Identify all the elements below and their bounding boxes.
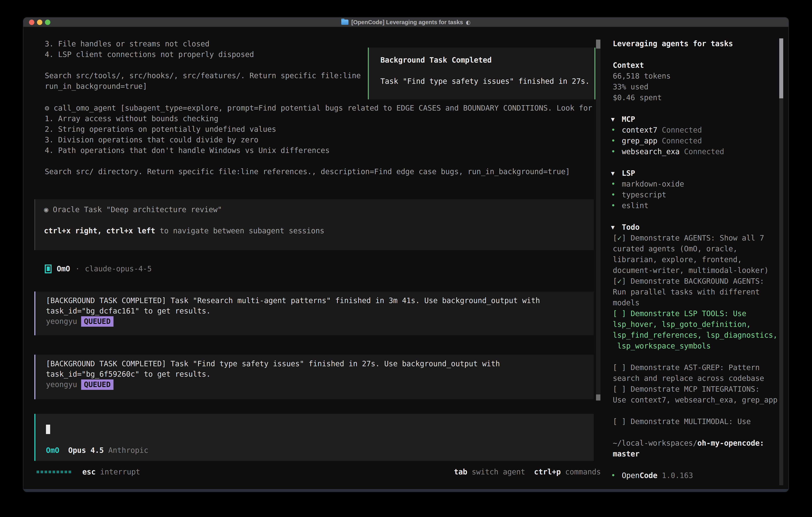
lsp-item: •typescript <box>608 190 786 200</box>
todo-item-line: models <box>608 298 786 308</box>
todo-item-line: [ ] Demonstrate AST-GREP: Pattern <box>608 362 786 373</box>
mcp-item: •websearch_exa Connected <box>608 146 786 157</box>
context-tokens: 66,518 tokens <box>608 71 786 82</box>
context-heading: Context <box>608 60 786 71</box>
chevron-down-icon: ▼ <box>609 168 622 179</box>
zoom-button[interactable] <box>45 20 50 25</box>
version-row: •OpenCode 1.0.163 <box>608 470 786 481</box>
app-window: [OpenCode] Leveraging agents for tasks ◐… <box>23 17 789 492</box>
tool-call-block: ⚙ call_omo_agent [subagent_type=explore,… <box>45 103 595 177</box>
lsp-item-name: typescript <box>622 190 666 200</box>
mcp-item-status: Connected <box>680 146 724 157</box>
mcp-item-status: Connected <box>657 136 702 146</box>
todo-text: Demonstrate AST-GREP: Pattern <box>631 363 760 372</box>
tool-call-line: 2. String operations on potentially unde… <box>45 124 595 135</box>
todo-item-line: lsp_workspace_symbols <box>608 341 786 351</box>
tool-call-line: 3. Division operations that could divide… <box>45 135 595 145</box>
app-name: Open <box>622 470 640 481</box>
bullet-icon: • <box>609 179 622 190</box>
workspace-repo: oh-my-opencode: <box>697 439 764 447</box>
scrollbar-thumb[interactable] <box>779 38 783 98</box>
bullet-icon: • <box>609 125 622 136</box>
todo-item: [ ] Demonstrate AST-GREP: Pattern search… <box>608 362 786 384</box>
input-model-name: Opus 4.5 <box>68 446 104 455</box>
input-agent-name: OmO <box>46 446 59 455</box>
message-meta: yeongyuQUEUED <box>46 316 594 327</box>
chevron-down-icon: ▼ <box>609 222 622 233</box>
text-cursor <box>46 425 50 434</box>
mcp-item-name: context7 <box>622 125 657 136</box>
status-bar: esc interrupt tab switch agent ctrl+p co… <box>36 467 601 477</box>
scrollbar-thumb[interactable] <box>596 394 601 401</box>
minimize-button[interactable] <box>37 20 42 25</box>
oracle-hint-keys: ctrl+x right, ctrl+x left <box>44 226 155 235</box>
status-right: tab switch agent ctrl+p commands <box>454 468 601 476</box>
traffic-lights <box>29 18 50 27</box>
gear-icon: ⚙ <box>45 104 49 112</box>
input-provider-name: Anthropic <box>108 446 148 455</box>
todo-item: [ ] Demonstrate MULTIMODAL: Use <box>608 416 786 427</box>
todo-item-line: document-writer, multimodal-looker) <box>608 265 786 276</box>
tab-key-hint: tab <box>454 468 467 476</box>
agent-model: claude-opus-4-5 <box>85 265 152 273</box>
todo-heading: Todo <box>622 222 640 233</box>
tool-call-line: 4. Path operations that don't handle Win… <box>45 145 595 156</box>
sidebar: Leveraging agents for tasks Context 66,5… <box>608 27 786 489</box>
mcp-item-name: websearch_exa <box>622 146 680 157</box>
titlebar[interactable]: [OpenCode] Leveraging agents for tasks ◐ <box>23 18 788 27</box>
tool-call-line <box>45 156 595 166</box>
model-row: OmO Opus 4.5 Anthropic <box>46 445 148 456</box>
todo-item-line: [ ] Demonstrate MCP INTEGRATIONS: <box>608 384 786 394</box>
todo-section-header[interactable]: ▼Todo <box>608 222 786 233</box>
lsp-item-name: eslint <box>622 200 648 211</box>
mcp-item: •grep_app Connected <box>608 136 786 146</box>
empty-checkbox <box>617 385 621 393</box>
agent-name: OmO <box>57 265 70 273</box>
oracle-task-box: ◉ Oracle Task "Deep architecture review"… <box>34 199 594 250</box>
activity-dots <box>36 471 71 473</box>
lsp-item: •markdown-oxide <box>608 179 786 190</box>
sidebar-scrollbar[interactable] <box>779 38 783 485</box>
checkmark-icon: ✓ <box>617 277 621 285</box>
oracle-title-line: ◉ Oracle Task "Deep architecture review" <box>44 204 594 215</box>
tool-call-text: call_omo_agent [subagent_type=explore, p… <box>54 104 592 112</box>
window-title-text: [OpenCode] Leveraging agents for tasks <box>351 19 463 26</box>
oracle-hint-rest: to navigate between subagent sessions <box>155 226 324 235</box>
oracle-spacer <box>44 215 594 225</box>
oracle-hint: ctrl+x right, ctrl+x left to navigate be… <box>44 225 594 236</box>
mcp-item-status: Connected <box>657 125 702 136</box>
close-button[interactable] <box>29 20 34 25</box>
chevron-down-icon: ▼ <box>609 114 622 125</box>
task-message: [BACKGROUND TASK COMPLETED] Task "Find t… <box>34 355 594 399</box>
workspace-prefix: ~/local-workspaces/ <box>613 439 697 447</box>
todo-item: [✓] Demonstrate AGENTS: Show all 7 curat… <box>608 233 786 276</box>
todo-text: Demonstrate MULTIMODAL: Use <box>631 417 751 426</box>
lsp-section-header[interactable]: ▼LSP <box>608 168 786 179</box>
checkmark-icon: ✓ <box>617 234 621 242</box>
lsp-item-name: markdown-oxide <box>622 179 684 190</box>
todo-text: Demonstrate LSP TOOLS: Use <box>631 309 746 318</box>
todo-item: [✓] Demonstrate BACKGROUND AGENTS: Run p… <box>608 276 786 308</box>
todo-text: Demonstrate BACKGROUND AGENTS: <box>631 277 764 285</box>
empty-checkbox <box>617 417 621 426</box>
terminal-pane: 3. File handles or streams not closed 4.… <box>23 27 603 489</box>
terminal-scrollbar[interactable] <box>596 39 601 401</box>
mcp-heading: MCP <box>622 114 635 125</box>
mcp-section-header[interactable]: ▼MCP <box>608 114 786 125</box>
task-message: [BACKGROUND TASK COMPLETED] Task "Resear… <box>34 292 594 335</box>
bullet-icon: • <box>609 190 622 200</box>
workspace-path: ~/local-workspaces/oh-my-opencode: <box>608 438 786 448</box>
lsp-heading: LSP <box>622 168 635 179</box>
todo-text: Demonstrate AGENTS: Show all 7 <box>631 234 764 242</box>
tool-call-line: 1. Array access without bounds checking <box>45 113 595 124</box>
scrollbar-thumb[interactable] <box>596 39 601 49</box>
message-line: [BACKGROUND TASK COMPLETED] Task "Resear… <box>46 296 594 306</box>
omo-agent-icon <box>45 265 52 273</box>
app-version: 1.0.163 <box>657 470 693 481</box>
prompt-input[interactable]: OmO Opus 4.5 Anthropic <box>34 414 594 461</box>
esc-key-label: interrupt <box>96 468 140 476</box>
context-used: 33% used <box>608 82 786 92</box>
folder-icon <box>341 20 348 25</box>
status-badge: QUEUED <box>81 316 114 327</box>
oracle-title: Oracle Task "Deep architecture review" <box>53 205 222 214</box>
